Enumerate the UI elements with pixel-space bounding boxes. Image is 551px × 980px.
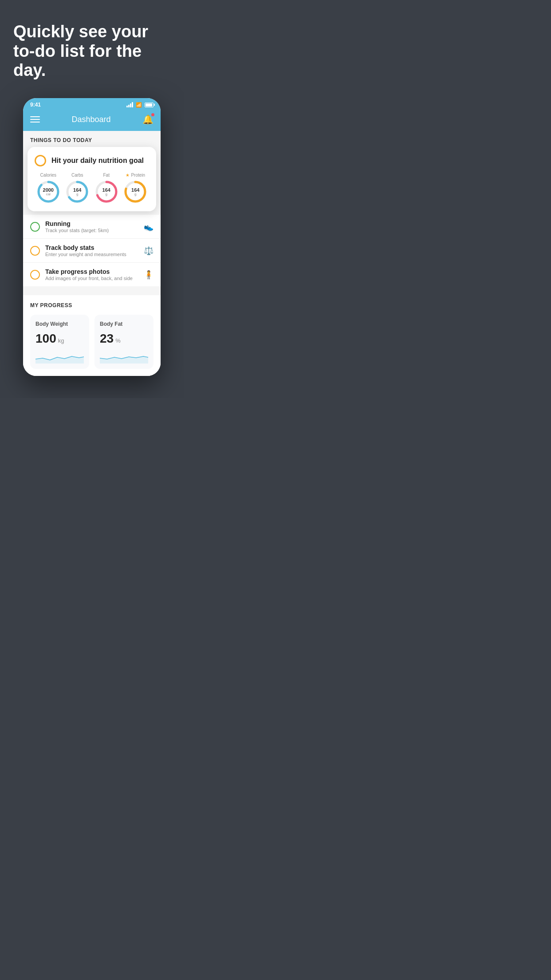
body-weight-unit: kg	[58, 337, 64, 344]
status-bar: 9:41 📶	[23, 98, 161, 110]
progress-photos-text: Take progress photos Add images of your …	[45, 268, 138, 281]
body-stats-subtitle: Enter your weight and measurements	[45, 252, 138, 257]
nav-bar: Dashboard 🔔	[23, 110, 161, 131]
nutrition-carbs: Carbs 164 g	[65, 173, 90, 204]
body-weight-value-row: 100 kg	[35, 332, 84, 346]
calories-unit: cal	[43, 193, 54, 196]
nutrition-card-title: Hit your daily nutrition goal	[51, 157, 144, 165]
fat-label: Fat	[103, 173, 110, 178]
nutrition-check-circle[interactable]	[35, 155, 46, 166]
todo-item-progress-photos[interactable]: Take progress photos Add images of your …	[23, 263, 161, 286]
app-content: THINGS TO DO TODAY Hit your daily nutrit…	[23, 131, 161, 376]
body-stats-text: Track body stats Enter your weight and m…	[45, 244, 138, 257]
body-fat-card-title: Body Fat	[100, 321, 148, 327]
signal-bars-icon	[126, 102, 133, 107]
progress-photos-check-circle[interactable]	[30, 270, 40, 280]
body-fat-value: 23	[100, 332, 114, 346]
body-fat-card[interactable]: Body Fat 23 %	[94, 315, 153, 369]
progress-section-title: MY PROGRESS	[30, 302, 153, 308]
carbs-donut: 164 g	[65, 179, 90, 204]
notification-bell-button[interactable]: 🔔	[142, 114, 153, 125]
todo-item-body-stats[interactable]: Track body stats Enter your weight and m…	[23, 239, 161, 263]
carbs-label: Carbs	[71, 173, 83, 178]
progress-section: MY PROGRESS Body Weight 100 kg	[23, 295, 161, 376]
running-shoe-icon: 👟	[144, 222, 153, 232]
protein-star-icon: ★	[126, 173, 130, 178]
notification-dot	[151, 113, 154, 116]
protein-donut: 164 g	[123, 179, 148, 204]
fat-unit: g	[102, 193, 110, 196]
body-stats-check-circle[interactable]	[30, 246, 40, 256]
person-icon: 🧍	[144, 270, 153, 280]
running-check-circle[interactable]	[30, 222, 40, 232]
nutrition-calories: Calories 2000 cal	[36, 173, 61, 204]
todo-item-running[interactable]: Running Track your stats (target: 5km) 👟	[23, 215, 161, 239]
carbs-unit: g	[73, 193, 81, 196]
body-weight-card[interactable]: Body Weight 100 kg	[30, 315, 89, 369]
page-wrapper: Quickly see your to-do list for the day.…	[0, 0, 184, 398]
running-title: Running	[45, 220, 138, 227]
running-text: Running Track your stats (target: 5km)	[45, 220, 138, 233]
body-weight-value: 100	[35, 332, 56, 346]
body-weight-chart	[35, 350, 84, 364]
nutrition-card: Hit your daily nutrition goal Calories	[28, 147, 156, 211]
nav-title: Dashboard	[71, 115, 110, 124]
progress-photos-subtitle: Add images of your front, back, and side	[45, 276, 138, 281]
nutrition-card-title-row: Hit your daily nutrition goal	[35, 155, 149, 166]
body-stats-title: Track body stats	[45, 244, 138, 251]
nutrition-fat: Fat 164 g	[94, 173, 119, 204]
body-fat-chart	[100, 350, 148, 364]
nutrition-grid: Calories 2000 cal	[35, 173, 149, 204]
progress-photos-title: Take progress photos	[45, 268, 138, 275]
protein-label: ★ Protein	[126, 173, 145, 178]
hero-section: Quickly see your to-do list for the day.	[0, 0, 184, 94]
todo-list: Running Track your stats (target: 5km) 👟…	[23, 215, 161, 286]
running-subtitle: Track your stats (target: 5km)	[45, 228, 138, 233]
hamburger-menu-button[interactable]	[30, 116, 40, 122]
body-weight-card-title: Body Weight	[35, 321, 84, 327]
phone-mockup: 9:41 📶 Dashboard 🔔	[23, 98, 161, 376]
calories-label: Calories	[40, 173, 56, 178]
protein-unit: g	[131, 193, 139, 196]
scale-icon: ⚖️	[144, 246, 153, 256]
things-to-do-header: THINGS TO DO TODAY	[23, 131, 161, 147]
battery-icon	[145, 103, 153, 107]
status-time: 9:41	[30, 102, 41, 108]
progress-cards: Body Weight 100 kg Body Fat	[30, 315, 153, 369]
calories-donut: 2000 cal	[36, 179, 61, 204]
body-fat-unit: %	[115, 337, 121, 344]
fat-donut: 164 g	[94, 179, 119, 204]
body-fat-value-row: 23 %	[100, 332, 148, 346]
wifi-icon: 📶	[136, 102, 142, 108]
hero-title: Quickly see your to-do list for the day.	[13, 22, 170, 80]
nutrition-protein: ★ Protein 164 g	[123, 173, 148, 204]
status-icons: 📶	[126, 102, 153, 108]
